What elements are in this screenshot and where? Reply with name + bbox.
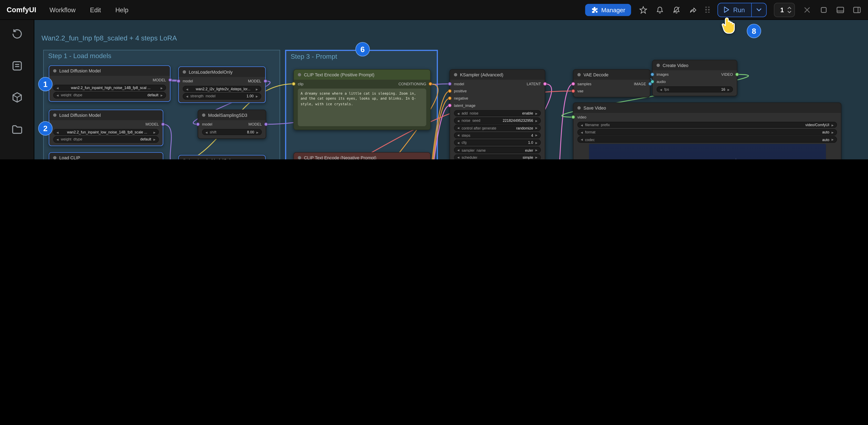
manager-button[interactable]: Manager: [585, 3, 631, 16]
decrement-arrow-icon[interactable]: ◀: [57, 86, 59, 90]
node-header[interactable]: LoraLoaderModelOnly: [179, 67, 265, 77]
increment-arrow-icon[interactable]: ▶: [535, 112, 537, 115]
bell-slash-icon[interactable]: [672, 5, 681, 14]
output-video-port[interactable]: [735, 72, 739, 76]
input-latent_image-port[interactable]: [448, 103, 452, 107]
collapse-dot-icon[interactable]: [454, 73, 457, 76]
increment-arrow-icon[interactable]: ▶: [256, 130, 258, 134]
widget-cfg[interactable]: ◀cfg1.0▶: [454, 139, 541, 146]
decrement-arrow-icon[interactable]: ◀: [581, 138, 583, 141]
node-load_diff_high[interactable]: Load Diffusion ModelMODEL◀wan2.2_fun_inp…: [49, 65, 170, 102]
node-lora1[interactable]: LoraLoaderModelOnlymodelMODEL◀wan2.2_i2v…: [178, 66, 266, 103]
bell-icon[interactable]: [655, 5, 664, 14]
output-model-port[interactable]: [264, 79, 268, 83]
increment-arrow-icon[interactable]: ▶: [256, 87, 258, 91]
increment-arrow-icon[interactable]: ▶: [535, 119, 537, 122]
clear-queue-icon[interactable]: [819, 5, 828, 14]
collapse-dot-icon[interactable]: [53, 113, 57, 117]
queue-icon[interactable]: [11, 60, 23, 74]
image-preview[interactable]: [589, 144, 826, 159]
collapse-dot-icon[interactable]: [183, 159, 186, 159]
share-icon[interactable]: [688, 5, 698, 14]
input-images-port[interactable]: [650, 72, 654, 76]
decrement-arrow-icon[interactable]: ◀: [457, 141, 459, 144]
widget-add-noise[interactable]: ◀add_noiseenable▶: [454, 110, 541, 117]
decrement-arrow-icon[interactable]: ◀: [457, 134, 459, 137]
bottom-panel-icon[interactable]: [835, 5, 845, 14]
widget-weight-dtype[interactable]: ◀weight_dtypedefault▶: [53, 136, 159, 142]
increment-arrow-icon[interactable]: ▶: [727, 88, 730, 91]
widget-format[interactable]: ◀formatauto▶: [578, 129, 837, 135]
interrupt-icon[interactable]: [802, 5, 811, 14]
node-header[interactable]: Save Video: [574, 103, 841, 113]
output-model-port[interactable]: [264, 122, 268, 126]
widget-control-after-generate[interactable]: ◀control after generaterandomize▶: [454, 125, 541, 131]
collapse-dot-icon[interactable]: [656, 64, 660, 67]
decrement-arrow-icon[interactable]: ◀: [57, 93, 59, 97]
node-header[interactable]: KSampler (Advanced): [450, 70, 545, 80]
increment-arrow-icon[interactable]: ▶: [832, 123, 834, 127]
widget-filename-prefix[interactable]: ◀filename_prefixvideo/ComfyUI▶: [578, 122, 837, 128]
decrement-arrow-icon[interactable]: ◀: [581, 123, 583, 127]
increment-arrow-icon[interactable]: ▶: [161, 86, 163, 90]
node-header[interactable]: Load Diffusion Model: [49, 66, 170, 76]
node-header[interactable]: Create Video: [653, 60, 737, 70]
decrement-arrow-icon[interactable]: ◀: [457, 156, 459, 159]
decrement-arrow-icon[interactable]: ◀: [57, 130, 59, 134]
increment-arrow-icon[interactable]: ▶: [535, 149, 537, 152]
input-model-port[interactable]: [177, 79, 181, 83]
input-video-port[interactable]: [571, 115, 575, 119]
node-header[interactable]: LoraLoaderModelOnly: [179, 156, 265, 159]
input-positive-port[interactable]: [448, 89, 452, 93]
star-icon[interactable]: [639, 5, 648, 14]
input-vae-port[interactable]: [571, 89, 575, 93]
batch-count-stepper[interactable]: 1: [774, 2, 795, 17]
collapse-dot-icon[interactable]: [202, 113, 205, 117]
decrement-arrow-icon[interactable]: ◀: [660, 88, 662, 91]
node-header[interactable]: VAE Decode: [574, 70, 650, 80]
run-button[interactable]: Run: [718, 3, 751, 17]
collapse-dot-icon[interactable]: [578, 73, 581, 76]
increment-arrow-icon[interactable]: ▶: [535, 156, 537, 159]
collapse-dot-icon[interactable]: [53, 69, 57, 72]
input-clip-port[interactable]: [292, 82, 296, 86]
history-icon[interactable]: [11, 28, 23, 41]
decrement-arrow-icon[interactable]: ◀: [457, 112, 459, 115]
node-pos[interactable]: CLIP Text Encode (Positive Prompt)clipCO…: [293, 69, 431, 130]
node-header[interactable]: Load CLIP: [49, 153, 163, 159]
node-header[interactable]: CLIP Text Encode (Negative Prompt): [294, 153, 430, 159]
workflow-title[interactable]: Wan2.2_fun_Inp fp8_scaled + 4 steps LoRA: [41, 34, 177, 42]
widget-scheduler[interactable]: ◀schedulersimple▶: [454, 154, 541, 159]
increment-arrow-icon[interactable]: ▶: [832, 131, 834, 134]
output-conditioning-port[interactable]: [428, 82, 432, 86]
widget-noise-seed[interactable]: ◀noise_seed221824495232956▶: [454, 118, 541, 124]
input-samples-port[interactable]: [571, 82, 575, 86]
widget-weight-dtype[interactable]: ◀weight_dtypedefault▶: [53, 92, 166, 98]
increment-arrow-icon[interactable]: ▶: [832, 138, 834, 141]
node-ks1[interactable]: KSampler (Advanced)modelLATENTpositivene…: [450, 69, 545, 159]
decrement-arrow-icon[interactable]: ◀: [186, 95, 188, 98]
widget-strength-model[interactable]: ◀strength_model1.00▶: [183, 93, 261, 99]
widget-shift[interactable]: ◀shift8.00▶: [202, 129, 262, 135]
output-latent-port[interactable]: [543, 82, 547, 86]
input-model-port[interactable]: [448, 82, 452, 86]
collapse-dot-icon[interactable]: [183, 70, 186, 74]
prompt-text[interactable]: A dreamy scene where a little cat is sle…: [298, 89, 426, 126]
widget-value[interactable]: ◀wan2.2_fun_inpaint_low_noise_14B_fp8_sc…: [53, 129, 159, 135]
node-load_diff_low[interactable]: Load Diffusion ModelMODEL◀wan2.2_fun_inp…: [49, 109, 163, 146]
node-load_clip[interactable]: Load CLIPCLIP◀clip_...umt5_xxl_fp8_e4m3f…: [49, 152, 163, 159]
widget-sampler-name[interactable]: ◀sampler_nameeuler▶: [454, 147, 541, 153]
decrement-arrow-icon[interactable]: ◀: [581, 131, 583, 134]
collapse-dot-icon[interactable]: [53, 156, 57, 159]
increment-arrow-icon[interactable]: ▶: [161, 93, 163, 97]
decrement-arrow-icon[interactable]: ◀: [57, 138, 59, 141]
widget-steps[interactable]: ◀steps4▶: [454, 132, 541, 139]
node-msd1[interactable]: ModelSamplingSD3modelMODEL◀shift8.00▶: [197, 109, 266, 139]
collapse-dot-icon[interactable]: [578, 106, 581, 109]
node-vaedec[interactable]: VAE DecodesamplesIMAGEvae: [573, 69, 650, 97]
collapse-dot-icon[interactable]: [298, 73, 301, 76]
decrement-arrow-icon[interactable]: ◀: [457, 149, 459, 152]
node-neg[interactable]: CLIP Text Encode (Negative Prompt)clipCO…: [293, 152, 431, 159]
widget-value[interactable]: ◀wan2.2_fun_inpaint_high_noise_14B_fp8_s…: [53, 85, 166, 91]
menu-edit[interactable]: Edit: [90, 6, 101, 13]
